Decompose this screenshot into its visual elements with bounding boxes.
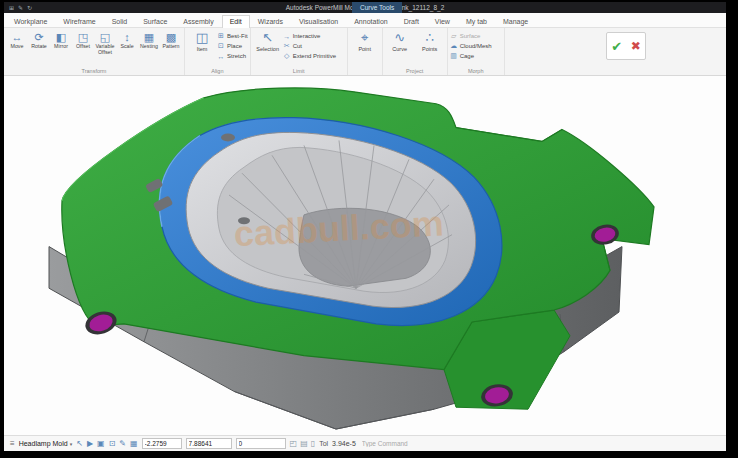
ribbon-group-project: ∿Curve∴Points Project bbox=[383, 28, 448, 75]
mirror-button[interactable]: ◧Mirror bbox=[50, 29, 72, 52]
rotate-icon: ⟳ bbox=[34, 31, 43, 43]
tab-wizards[interactable]: Wizards bbox=[250, 15, 291, 27]
confirm-panel: ✔ ✖ bbox=[606, 32, 646, 60]
tab-workplane[interactable]: Workplane bbox=[6, 15, 55, 27]
tab-annotation[interactable]: Annotation bbox=[346, 15, 395, 27]
group-label-align: Align bbox=[187, 67, 248, 75]
group-label-project: Project bbox=[385, 67, 445, 75]
limit-selection-button[interactable]: ↖ Selection bbox=[253, 29, 283, 54]
place-button[interactable]: ⊡Place bbox=[217, 41, 248, 51]
project-points-button[interactable]: ∴Points bbox=[415, 29, 445, 54]
plane-toggle-icons: ◰▤▯ bbox=[290, 439, 316, 448]
cut-icon: ✂ bbox=[283, 42, 291, 50]
stretch-icon: ↔ bbox=[217, 53, 225, 60]
project-curve-icon: ∿ bbox=[394, 31, 405, 45]
model-selector-dropdown[interactable]: Headlamp Mold ▾ bbox=[19, 440, 73, 447]
application-window: ⊞✎↻ Autodesk PowerMill Modeling 2020 - b… bbox=[4, 2, 726, 451]
group-label-morph: Morph bbox=[450, 67, 502, 75]
morph-cloud-mesh-button[interactable]: ☁Cloud/Mesh bbox=[450, 41, 502, 51]
group-label-limit: Limit bbox=[253, 67, 345, 75]
ribbon-group-point: ⌖ Point bbox=[348, 28, 383, 75]
tolerance-value: 3.94e-5 bbox=[332, 440, 356, 447]
tab-my-tab[interactable]: My tab bbox=[458, 15, 495, 27]
group-label-transform: Transform bbox=[6, 67, 182, 75]
ribbon-tab-row: WorkplaneWireframeSolidSurfaceAssemblyEd… bbox=[4, 13, 726, 28]
interactive-icon: → bbox=[283, 33, 291, 40]
rotate-button[interactable]: ⟳Rotate bbox=[28, 29, 50, 52]
morph-cage-button[interactable]: ▥Cage bbox=[450, 51, 502, 61]
limit-selection-icon: ↖ bbox=[262, 31, 273, 45]
status-tool-icons: ↖▶▣⊡✎▦ bbox=[76, 439, 137, 448]
tab-solid[interactable]: Solid bbox=[104, 15, 136, 27]
morph-surface-button: ▱Surface bbox=[450, 31, 502, 41]
morph-cage-icon: ▥ bbox=[450, 52, 458, 60]
interactive-button[interactable]: →Interactive bbox=[283, 31, 345, 41]
stretch-button[interactable]: ↔Stretch bbox=[217, 51, 248, 61]
move-icon: ↔ bbox=[12, 31, 23, 43]
ribbon-group-transform: ↔Move⟳Rotate◧Mirror◳Offset◱Variable Offs… bbox=[4, 28, 185, 75]
edit-icon[interactable]: ✎ bbox=[119, 439, 126, 448]
offset-button[interactable]: ◳Offset bbox=[72, 29, 94, 52]
plane-zx-icon[interactable]: ▯ bbox=[311, 439, 315, 448]
nesting-icon: ▦ bbox=[144, 31, 154, 43]
tab-view[interactable]: View bbox=[427, 15, 458, 27]
ribbon: ↔Move⟳Rotate◧Mirror◳Offset◱Variable Offs… bbox=[4, 28, 726, 76]
contextual-tab-curve-tools[interactable]: Curve Tools bbox=[352, 2, 402, 13]
scale-button[interactable]: ↕Scale bbox=[116, 29, 138, 52]
mirror-icon: ◧ bbox=[56, 31, 66, 43]
tab-assembly[interactable]: Assembly bbox=[175, 15, 221, 27]
tab-wireframe[interactable]: Wireframe bbox=[55, 15, 103, 27]
status-menu-icon[interactable]: ≡ bbox=[10, 439, 15, 448]
point-icon: ⌖ bbox=[361, 31, 368, 45]
status-bar: ≡ Headlamp Mold ▾ ↖▶▣⊡✎▦ ◰▤▯ Tol 3.94e-5 bbox=[4, 435, 726, 451]
morph-surface-icon: ▱ bbox=[450, 32, 458, 40]
place-icon: ⊡ bbox=[217, 42, 225, 50]
tab-visualisation[interactable]: Visualisation bbox=[291, 15, 346, 27]
coordinate-z-input[interactable] bbox=[236, 438, 286, 449]
coordinate-x-input[interactable] bbox=[142, 438, 182, 449]
ribbon-group-morph: ▱Surface☁Cloud/Mesh▥Cage Morph bbox=[448, 28, 505, 75]
best-fit-icon: ⊞ bbox=[217, 32, 225, 40]
chevron-down-icon: ▾ bbox=[70, 441, 73, 447]
cut-button[interactable]: ✂Cut bbox=[283, 41, 345, 51]
mold-model: cadbull.com bbox=[4, 76, 726, 435]
command-input[interactable] bbox=[360, 438, 720, 450]
variable-offset-icon: ◱ bbox=[100, 31, 110, 43]
point-button[interactable]: ⌖ Point bbox=[350, 29, 380, 54]
extend-primitive-button[interactable]: ◇Extend Primitive bbox=[283, 51, 345, 61]
plane-yz-icon[interactable]: ▤ bbox=[300, 439, 308, 448]
project-curve-button[interactable]: ∿Curve bbox=[385, 29, 415, 54]
offset-icon: ◳ bbox=[78, 31, 88, 43]
lock-icon[interactable]: ⊡ bbox=[109, 439, 116, 448]
selection-mode-icon[interactable]: ▣ bbox=[97, 439, 105, 448]
ribbon-group-align: ◫ Item ⊞Best-Fit⊡Place↔Stretch Align bbox=[185, 28, 251, 75]
variable-offset-button[interactable]: ◱Variable Offset bbox=[94, 29, 116, 57]
align-item-button[interactable]: ◫ Item bbox=[187, 29, 217, 54]
extend-primitive-icon: ◇ bbox=[283, 52, 291, 60]
plane-xy-icon[interactable]: ◰ bbox=[290, 439, 298, 448]
cancel-button[interactable]: ✖ bbox=[631, 39, 641, 53]
pattern-icon: ▩ bbox=[166, 31, 176, 43]
title-bar: ⊞✎↻ Autodesk PowerMill Modeling 2020 - b… bbox=[4, 2, 726, 13]
scale-icon: ↕ bbox=[124, 31, 130, 43]
pattern-button[interactable]: ▩Pattern bbox=[160, 29, 182, 52]
move-button[interactable]: ↔Move bbox=[6, 29, 28, 52]
select-arrow-icon[interactable]: ▶ bbox=[87, 439, 93, 448]
coordinate-y-input[interactable] bbox=[186, 438, 232, 449]
3d-viewport[interactable]: cadbull.com bbox=[4, 76, 726, 435]
nesting-button[interactable]: ▦Nesting bbox=[138, 29, 160, 52]
best-fit-button[interactable]: ⊞Best-Fit bbox=[217, 31, 248, 41]
tab-surface[interactable]: Surface bbox=[135, 15, 175, 27]
tolerance-label: Tol bbox=[319, 440, 328, 447]
align-item-icon: ◫ bbox=[196, 31, 208, 45]
tab-draft[interactable]: Draft bbox=[396, 15, 427, 27]
tab-edit[interactable]: Edit bbox=[222, 15, 250, 28]
accept-button[interactable]: ✔ bbox=[611, 39, 622, 54]
morph-cloud-mesh-icon: ☁ bbox=[450, 42, 458, 50]
pointer-icon[interactable]: ↖ bbox=[76, 439, 83, 448]
ribbon-group-limit: ↖ Selection →Interactive✂Cut◇Extend Prim… bbox=[251, 28, 348, 75]
project-points-icon: ∴ bbox=[426, 31, 434, 45]
tab-manage[interactable]: Manage bbox=[495, 15, 536, 27]
grid-icon[interactable]: ▦ bbox=[130, 439, 138, 448]
